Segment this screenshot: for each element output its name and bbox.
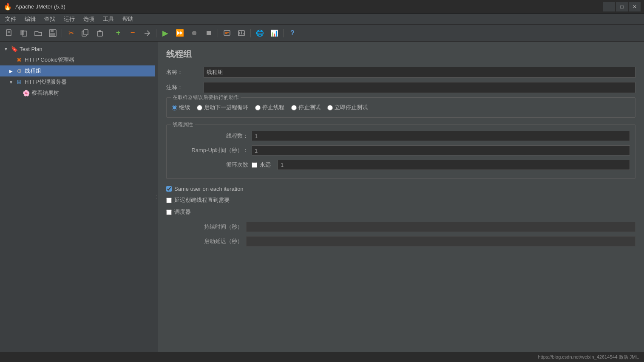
toolbar-sep-2 xyxy=(109,29,109,37)
forever-checkbox[interactable] xyxy=(252,162,257,168)
close-button[interactable]: ✕ xyxy=(629,2,641,11)
start-button[interactable]: ▶ xyxy=(159,27,172,40)
help-button[interactable]: ? xyxy=(286,27,299,40)
menu-edit[interactable]: 编辑 xyxy=(21,14,39,24)
name-row: 名称： xyxy=(166,67,635,78)
scheduler-checkbox[interactable] xyxy=(166,209,172,215)
remote-start-button[interactable]: 🌐 xyxy=(253,27,267,40)
radio-continue[interactable]: 继续 xyxy=(172,104,190,111)
new-button[interactable] xyxy=(3,27,16,40)
start-delay-input[interactable] xyxy=(246,236,635,246)
cookie-label: HTTP Cookie管理器 xyxy=(25,56,74,64)
maximize-button[interactable]: □ xyxy=(616,2,628,11)
window-controls: ─ □ ✕ xyxy=(603,2,641,11)
svg-rect-6 xyxy=(51,30,54,32)
remove-button[interactable]: − xyxy=(126,27,139,40)
radio-start-next[interactable]: 启动下一进程循环 xyxy=(197,104,248,111)
arrow-thread: ▶ xyxy=(9,69,14,74)
radio-stop-test-input[interactable] xyxy=(291,105,297,110)
sidebar-item-cookie-manager[interactable]: ✖ HTTP Cookie管理器 xyxy=(0,54,155,65)
svg-rect-9 xyxy=(84,30,88,35)
test-plan-label: Test Plan xyxy=(20,46,42,52)
main-content: ▼ 🔖 Test Plan ✖ HTTP Cookie管理器 ▶ ⚙ 线程组 ▼… xyxy=(0,42,644,352)
same-user-label[interactable]: Same user on each iteration xyxy=(174,186,244,192)
templates-button[interactable] xyxy=(17,27,31,40)
results-icon: 🌸 xyxy=(22,89,30,97)
ramp-up-label: Ramp-Up时间（秒）： xyxy=(172,147,248,154)
thread-label: 线程组 xyxy=(25,67,41,75)
thread-count-row: 线程数： xyxy=(172,131,630,141)
loop-count-input[interactable] xyxy=(278,160,630,170)
radio-stop-thread-label: 停止线程 xyxy=(262,104,284,111)
sidebar-item-view-results[interactable]: 🌸 察看结果树 xyxy=(0,88,155,99)
stop-button[interactable]: ⏺ xyxy=(187,27,201,40)
name-input[interactable] xyxy=(204,67,635,78)
panel-title: 线程组 xyxy=(166,48,635,60)
comment-row: 注释： xyxy=(166,82,635,93)
svg-rect-18 xyxy=(243,33,244,34)
radio-stop-thread-input[interactable] xyxy=(255,105,261,110)
start-delay-row: 启动延迟（秒） xyxy=(166,236,635,246)
open-button[interactable] xyxy=(31,27,45,40)
radio-start-next-label: 启动下一进程循环 xyxy=(204,104,248,111)
report-button[interactable] xyxy=(235,27,248,40)
cookie-icon: ✖ xyxy=(15,56,23,64)
svg-rect-17 xyxy=(241,31,242,34)
svg-rect-12 xyxy=(224,31,230,35)
forever-group: 永远 xyxy=(252,161,271,169)
radio-stop-test[interactable]: 停止测试 xyxy=(291,104,321,111)
menu-bar: 文件 编辑 查找 运行 选项 工具 帮助 xyxy=(0,14,644,25)
toolbar: ✂ + − ▶ ⏩ ⏺ ⏹ 🌐 📊 ? xyxy=(0,25,644,42)
start-delay-label: 启动延迟（秒） xyxy=(166,238,243,245)
duration-input[interactable] xyxy=(246,222,635,232)
sidebar-item-test-plan[interactable]: ▼ 🔖 Test Plan xyxy=(0,43,155,54)
thread-icon: ⚙ xyxy=(15,67,23,75)
menu-options[interactable]: 选项 xyxy=(80,14,98,24)
svg-rect-11 xyxy=(99,30,101,32)
radio-stop-test-now-input[interactable] xyxy=(327,105,333,110)
comment-label: 注释： xyxy=(166,84,200,91)
menu-file[interactable]: 文件 xyxy=(2,14,20,24)
add-button[interactable]: + xyxy=(111,27,125,40)
thread-count-input[interactable] xyxy=(252,131,630,141)
radio-continue-input[interactable] xyxy=(172,105,177,110)
error-action-title: 在取样器错误后要执行的动作 xyxy=(171,94,241,101)
delay-thread-checkbox[interactable] xyxy=(166,198,172,203)
forever-label[interactable]: 永远 xyxy=(260,161,271,169)
radio-stop-test-now-label: 立即停止测试 xyxy=(335,104,368,111)
save-button[interactable] xyxy=(46,27,60,40)
delay-thread-label[interactable]: 延迟创建线程直到需要 xyxy=(174,196,230,204)
arrow-proxy: ▼ xyxy=(9,80,14,85)
scheduler-label[interactable]: 调度器 xyxy=(174,208,191,216)
sidebar: ▼ 🔖 Test Plan ✖ HTTP Cookie管理器 ▶ ⚙ 线程组 ▼… xyxy=(0,42,155,352)
clear-all-button[interactable] xyxy=(220,27,234,40)
ramp-up-input[interactable] xyxy=(252,145,630,156)
menu-help[interactable]: 帮助 xyxy=(119,14,137,24)
loop-count-label: 循环次数 xyxy=(172,161,248,169)
menu-run[interactable]: 运行 xyxy=(60,14,78,24)
copy-button[interactable] xyxy=(79,27,92,40)
thread-properties-section: 线程属性 线程数： Ramp-Up时间（秒）： 循环次数 永远 xyxy=(166,124,635,179)
svg-rect-7 xyxy=(50,33,55,36)
comment-input[interactable] xyxy=(204,82,635,93)
proxy-label: HTTP代理服务器 xyxy=(25,78,67,86)
sidebar-item-http-proxy[interactable]: ▼ 🖥 HTTP代理服务器 xyxy=(0,76,155,88)
radio-start-next-input[interactable] xyxy=(197,105,202,110)
minimize-button[interactable]: ─ xyxy=(603,2,615,11)
same-user-checkbox[interactable] xyxy=(166,186,172,192)
remote-report-button[interactable]: 📊 xyxy=(267,27,281,40)
radio-stop-thread[interactable]: 停止线程 xyxy=(255,104,284,111)
cut-button[interactable]: ✂ xyxy=(64,27,78,40)
paste-button[interactable] xyxy=(93,27,107,40)
proxy-icon: 🖥 xyxy=(15,78,23,86)
shutdown-button[interactable]: ⏹ xyxy=(202,27,216,40)
radio-stop-test-now[interactable]: 立即停止测试 xyxy=(327,104,368,111)
toolbar-sep-4 xyxy=(218,29,218,37)
start-nopause-button[interactable]: ⏩ xyxy=(173,27,187,40)
toggle-button[interactable] xyxy=(140,27,154,40)
results-label: 察看结果树 xyxy=(31,89,59,97)
sidebar-item-thread-group[interactable]: ▶ ⚙ 线程组 xyxy=(0,65,155,76)
menu-tools[interactable]: 工具 xyxy=(99,14,117,24)
thread-count-label: 线程数： xyxy=(172,132,248,140)
menu-search[interactable]: 查找 xyxy=(41,14,59,24)
